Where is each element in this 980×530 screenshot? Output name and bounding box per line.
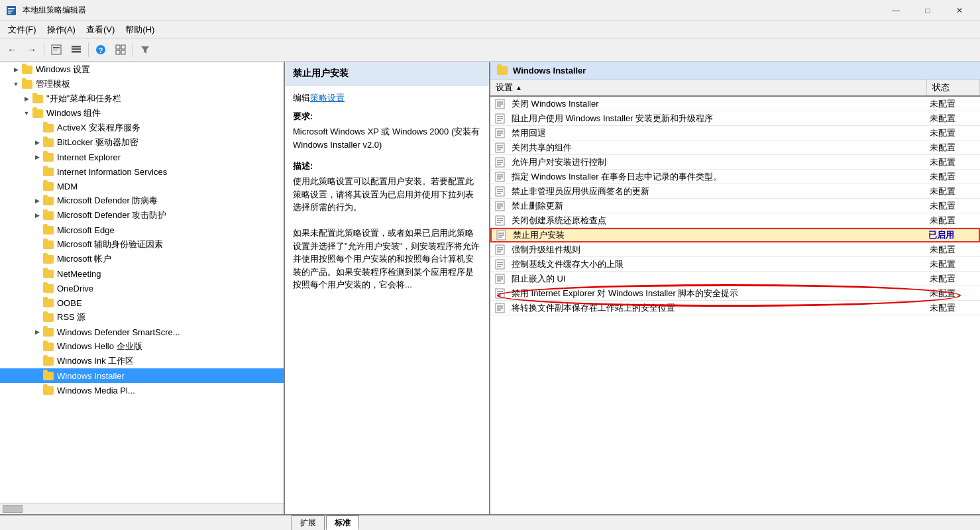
tree-item-admin-templates[interactable]: ▼管理模板	[0, 77, 284, 91]
tree-toggle-ie[interactable]: ▶	[32, 152, 42, 162]
tree-item-media-pl[interactable]: Windows Media Pl...	[0, 383, 284, 398]
title-bar: 本地组策略编辑器 — □ ✕	[0, 0, 980, 21]
tree-toggle-win-settings[interactable]: ▶	[11, 64, 21, 75]
tree-label-ie: Internet Explorer	[57, 152, 121, 162]
filter-button[interactable]	[136, 40, 154, 59]
tree-toggle-admin-templates[interactable]: ▼	[11, 79, 21, 89]
tree-toggle-ink	[32, 356, 42, 366]
policy-icon-close-restore	[493, 214, 506, 227]
tree-toggle-bitlocker[interactable]: ▶	[32, 137, 42, 148]
tree-folder-icon-defender-attack	[42, 209, 54, 221]
svg-rect-7	[72, 46, 81, 48]
settings-row-disable-sharing[interactable]: 关闭共享的组件未配置	[490, 140, 980, 155]
tree-folder-icon-activex	[42, 122, 54, 134]
tree-item-win-settings[interactable]: ▶Windows 设置	[0, 62, 284, 77]
menu-file[interactable]: 文件(F)	[3, 23, 42, 37]
edit-link-label: 编辑	[293, 93, 310, 103]
tree-item-bitlocker[interactable]: ▶BitLocker 驱动器加密	[0, 135, 284, 150]
tree-toggle-defender-attack[interactable]: ▶	[32, 210, 42, 221]
window-controls: — □ ✕	[881, 1, 975, 20]
view2-button[interactable]	[67, 40, 85, 59]
tree-item-iis[interactable]: Internet Information Services	[0, 164, 284, 179]
view1-button[interactable]	[47, 40, 66, 59]
tab-expand[interactable]: 扩展	[292, 515, 325, 530]
settings-row-block-ui[interactable]: 阻止嵌入的 UI未配置	[490, 272, 980, 286]
tree-label-defender-attack: Microsoft Defender 攻击防护	[57, 209, 166, 221]
settings-row-block-ie[interactable]: 禁用 Internet Explorer 对 Windows Installer…	[490, 286, 980, 301]
tree-item-netmeeting[interactable]: NetMeeting	[0, 266, 284, 281]
settings-row-log-events[interactable]: 指定 Windows Installer 在事务日志中记录的事件类型。未配置	[490, 170, 980, 184]
tree-item-start-menu[interactable]: ▶"开始"菜单和任务栏	[0, 91, 284, 106]
tree-toggle-account	[32, 254, 42, 264]
tree-item-account[interactable]: Microsoft 帐户	[0, 252, 284, 266]
tree-item-edge[interactable]: Microsoft Edge	[0, 223, 284, 237]
tree-toggle-start-menu[interactable]: ▶	[21, 93, 32, 104]
forward-button[interactable]: →	[23, 40, 41, 59]
view3-button[interactable]	[111, 40, 130, 59]
settings-scroll[interactable]: 关闭 Windows Installer未配置 阻止用户使用 Windows I…	[490, 97, 980, 514]
tree-item-oobe[interactable]: OOBE	[0, 295, 284, 310]
tree-label-edge: Microsoft Edge	[57, 225, 115, 235]
tree-folder-icon-admin-templates	[21, 78, 33, 90]
tree-item-defender-attack[interactable]: ▶Microsoft Defender 攻击防护	[0, 208, 284, 223]
tree-item-defender-av[interactable]: ▶Microsoft Defender 防病毒	[0, 193, 284, 208]
tree-folder-icon-smartscreen	[42, 326, 54, 338]
settings-row-safe-location[interactable]: 将转换文件副本保存在工作站上的安全位置未配置	[490, 301, 980, 315]
tree-toggle-defender-av[interactable]: ▶	[32, 195, 42, 206]
requirement-label: 要求:	[293, 111, 481, 123]
settings-row-block-delete[interactable]: 禁止删除更新未配置	[490, 199, 980, 213]
menu-help[interactable]: 帮助(H)	[120, 23, 160, 37]
menu-action[interactable]: 操作(A)	[42, 23, 81, 37]
tree-item-ie[interactable]: ▶Internet Explorer	[0, 150, 284, 164]
settings-row-close-restore[interactable]: 关闭创建系统还原检查点未配置	[490, 213, 980, 228]
tree-item-mdm[interactable]: MDM	[0, 179, 284, 193]
settings-row-close-installer[interactable]: 关闭 Windows Installer未配置	[490, 97, 980, 111]
minimize-button[interactable]: —	[881, 1, 911, 20]
col-header-settings[interactable]: 设置 ▲	[490, 80, 927, 95]
settings-status-block-update: 未配置	[927, 113, 980, 125]
col-header-status[interactable]: 状态	[927, 80, 980, 95]
settings-row-force-upgrade[interactable]: 强制升级组件规则未配置	[490, 242, 980, 257]
tree-toggle-smartscreen[interactable]: ▶	[32, 327, 42, 337]
settings-status-safe-location: 未配置	[927, 302, 980, 314]
tree-item-activex[interactable]: ActiveX 安装程序服务	[0, 121, 284, 135]
settings-row-disable-rollback[interactable]: 禁用回退未配置	[490, 126, 980, 140]
tree-scroll[interactable]: ▶Windows 设置▼管理模板▶"开始"菜单和任务栏▼Windows 组件Ac…	[0, 62, 284, 503]
back-button[interactable]: ←	[3, 40, 21, 59]
tree-label-start-menu: "开始"菜单和任务栏	[46, 93, 121, 105]
maximize-button[interactable]: □	[912, 1, 943, 20]
policy-icon-block-ui	[493, 272, 506, 286]
tree-toggle-mdm	[32, 181, 42, 191]
tree-item-hello[interactable]: Windows Hello 企业版	[0, 339, 284, 354]
tree-item-win-components[interactable]: ▼Windows 组件	[0, 106, 284, 121]
settings-row-allow-control[interactable]: 允许用户对安装进行控制未配置	[490, 155, 980, 170]
policy-icon-log-events	[493, 170, 506, 184]
tree-folder-icon-win-settings	[21, 64, 33, 76]
settings-status-disable-sharing: 未配置	[927, 142, 980, 154]
tab-standard[interactable]: 标准	[326, 515, 359, 530]
settings-row-block-user-install[interactable]: 禁止用户安装已启用	[490, 228, 980, 242]
tree-item-onedrive[interactable]: OneDrive	[0, 281, 284, 295]
settings-row-block-unsigned[interactable]: 禁止非管理员应用供应商签名的更新未配置	[490, 184, 980, 199]
edit-policy-link[interactable]: 策略设置	[310, 93, 345, 103]
tree-item-smartscreen[interactable]: ▶Windows Defender SmartScre...	[0, 325, 284, 339]
tree-toggle-auth	[32, 239, 42, 250]
main-container: ▶Windows 设置▼管理模板▶"开始"菜单和任务栏▼Windows 组件Ac…	[0, 62, 980, 514]
tree-label-mdm: MDM	[57, 182, 78, 191]
close-button[interactable]: ✕	[944, 1, 975, 20]
menu-view[interactable]: 查看(V)	[81, 23, 120, 37]
tree-item-installer[interactable]: Windows Installer	[0, 368, 284, 383]
settings-status-close-restore: 未配置	[927, 215, 980, 227]
tree-toggle-win-components[interactable]: ▼	[21, 108, 32, 119]
settings-row-block-update[interactable]: 阻止用户使用 Windows Installer 安装更新和升级程序未配置	[490, 111, 980, 126]
settings-status-block-unsigned: 未配置	[927, 186, 980, 197]
tree-item-auth[interactable]: Microsoft 辅助身份验证因素	[0, 237, 284, 252]
policy-icon-block-update	[493, 112, 506, 125]
tree-item-ink[interactable]: Windows Ink 工作区	[0, 354, 284, 368]
policy-icon-block-ie	[493, 287, 506, 300]
settings-row-cache-size[interactable]: 控制基线文件缓存大小的上限未配置	[490, 257, 980, 272]
help-button[interactable]: ?	[91, 40, 110, 59]
tree-label-hello: Windows Hello 企业版	[57, 341, 142, 352]
tree-item-rss[interactable]: RSS 源	[0, 310, 284, 325]
left-hscroll[interactable]	[0, 503, 284, 514]
